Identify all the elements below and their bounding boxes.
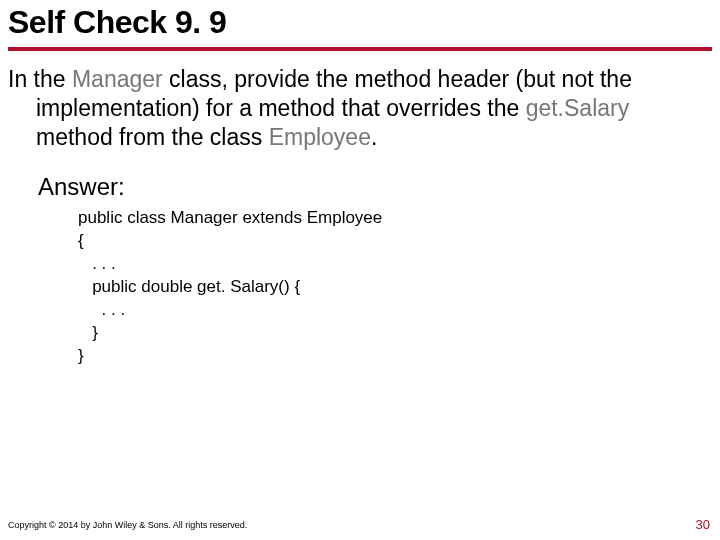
page-number: 30 xyxy=(696,517,710,532)
slide-title: Self Check 9. 9 xyxy=(8,4,712,47)
q-text-3: method from the class xyxy=(36,124,269,150)
answer-code: public class Manager extends Employee { … xyxy=(78,207,712,368)
q-code-manager: Manager xyxy=(72,66,163,92)
q-code-getsalary: get.Salary xyxy=(526,95,630,121)
q-text-4: . xyxy=(371,124,377,150)
q-code-employee: Employee xyxy=(269,124,371,150)
slide: Self Check 9. 9 In the Manager class, pr… xyxy=(0,0,720,540)
q-text-1: In the xyxy=(8,66,72,92)
title-underline xyxy=(8,47,712,51)
question-text: In the Manager class, provide the method… xyxy=(8,65,712,151)
copyright-footer: Copyright © 2014 by John Wiley & Sons. A… xyxy=(8,520,247,530)
answer-label: Answer: xyxy=(38,173,712,201)
